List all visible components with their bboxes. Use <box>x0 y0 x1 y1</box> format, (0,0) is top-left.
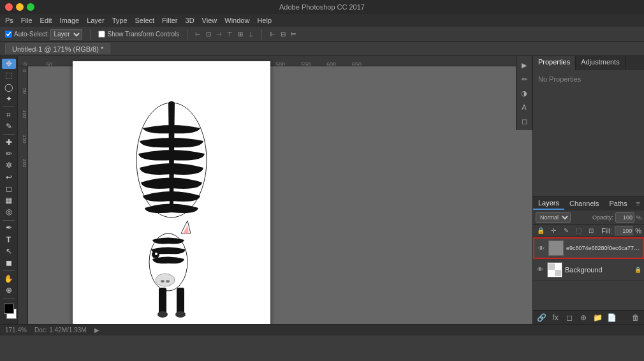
no-properties-text: No Properties <box>538 75 581 83</box>
layers-options: Normal Multiply Screen Opacity: % <box>533 210 644 225</box>
tool-eraser[interactable]: ◻ <box>2 184 16 194</box>
add-adjustment-button[interactable]: ⊕ <box>578 312 589 323</box>
add-style-button[interactable]: fx <box>550 312 561 323</box>
bg-thumbnail-svg <box>548 263 561 276</box>
new-layer-button[interactable]: 📄 <box>606 312 617 323</box>
layers-panel-menu[interactable]: ≡ <box>636 200 644 207</box>
zebra-svg <box>108 77 235 320</box>
layer-list: 👁 e9c8074e68280f0ec6ca77f3ec93033e 👁 <box>533 237 644 310</box>
align-middle-v-icon[interactable]: ⊞ <box>238 31 243 38</box>
tab-paths[interactable]: Paths <box>604 198 633 209</box>
auto-select-checkbox[interactable] <box>5 31 12 38</box>
layer-lock-artboard[interactable]: ⊡ <box>586 226 596 236</box>
maximize-button[interactable] <box>27 3 34 11</box>
tab-layers[interactable]: Layers <box>533 197 564 210</box>
auto-select-dropdown[interactable]: Layer Group <box>50 29 82 40</box>
doc-tab-zoom: 171% <box>53 45 71 53</box>
tool-pen[interactable]: ✒ <box>2 223 16 233</box>
distribute-right-icon[interactable]: ⊨ <box>291 31 296 38</box>
layer-lock-pixels[interactable]: ✎ <box>561 226 571 236</box>
layer-item-1[interactable]: 👁 e9c8074e68280f0ec6ca77f3ec93033e <box>533 237 644 259</box>
tool-rectangle-select[interactable]: ⬚ <box>2 70 16 80</box>
tool-shape[interactable]: ◼ <box>2 258 16 268</box>
layers-panel: Layers Channels Paths ≡ Normal Multiply … <box>533 196 644 324</box>
side-icon-brush[interactable]: ✏ <box>518 73 531 85</box>
fill-percent: % <box>635 227 641 235</box>
svg-rect-11 <box>548 263 555 270</box>
opacity-label: Opacity: <box>592 214 613 221</box>
window-controls <box>5 3 34 11</box>
tool-hand[interactable]: ✋ <box>2 274 16 284</box>
tool-zoom[interactable]: ⊕ <box>2 285 16 295</box>
layer-lock-position[interactable]: ✛ <box>548 226 559 236</box>
opt-separator-2 <box>187 29 187 40</box>
distribute-center-icon[interactable]: ⊟ <box>281 31 286 38</box>
fill-input[interactable] <box>615 226 633 235</box>
minimize-button[interactable] <box>16 3 24 11</box>
menu-window[interactable]: Window <box>224 17 249 24</box>
layer2-visibility[interactable]: 👁 <box>536 265 545 274</box>
menu-filter[interactable]: Filter <box>162 17 177 24</box>
align-top-icon[interactable]: ⊤ <box>227 31 233 38</box>
layer-panel-bottom: 🔗 fx ◻ ⊕ 📁 📄 🗑 <box>533 310 644 324</box>
tool-text[interactable]: T <box>2 234 16 244</box>
tool-history-brush[interactable]: ↩ <box>2 172 16 182</box>
tool-eyedropper[interactable]: ✎ <box>2 121 16 131</box>
menu-ps[interactable]: Ps <box>5 17 13 24</box>
canvas-content[interactable]: 合并 背景名 background 不变 <box>28 66 532 324</box>
tab-channels[interactable]: Channels <box>564 198 604 209</box>
side-icon-adjust[interactable]: ◑ <box>518 87 531 99</box>
delete-layer-button[interactable]: 🗑 <box>630 312 641 323</box>
ruler-tick-500: 500 <box>275 61 285 67</box>
show-transform-checkbox[interactable] <box>98 31 105 38</box>
distribute-left-icon[interactable]: ⊩ <box>270 31 275 38</box>
tool-dodge[interactable]: ◎ <box>2 207 16 217</box>
tool-lasso[interactable]: ◯ <box>2 82 16 92</box>
layer-lock-transparent[interactable]: ⬚ <box>573 226 583 236</box>
tool-magic-wand[interactable]: ✦ <box>2 94 16 104</box>
menu-select[interactable]: Select <box>135 17 155 24</box>
blend-mode-dropdown[interactable]: Normal Multiply Screen <box>536 212 571 223</box>
close-button[interactable] <box>5 3 13 11</box>
status-arrow[interactable]: ▶ <box>94 327 99 334</box>
svg-rect-2 <box>159 288 166 313</box>
menu-layer[interactable]: Layer <box>87 17 105 24</box>
tool-crop[interactable]: ⌗ <box>2 110 16 120</box>
menu-3d[interactable]: 3D <box>186 17 194 24</box>
menu-help[interactable]: Help <box>257 17 272 24</box>
tool-gradient[interactable]: ▦ <box>2 195 16 205</box>
layer1-visibility[interactable]: 👁 <box>537 244 546 253</box>
menu-image[interactable]: Image <box>60 17 80 24</box>
tab-adjustments[interactable]: Adjustments <box>576 56 626 70</box>
tool-path-select[interactable]: ↖ <box>2 246 16 256</box>
active-tab[interactable]: Untitled-1 @ 171% (RGB/8) * <box>5 43 110 54</box>
canvas-area[interactable]: 0 50 100 150 200 250 300 350 400 450 500… <box>18 56 532 324</box>
new-group-button[interactable]: 📁 <box>592 312 603 323</box>
menu-type[interactable]: Type <box>112 17 128 24</box>
side-icon-shape2[interactable]: ◻ <box>518 115 531 128</box>
tool-move[interactable]: ✥ <box>2 59 16 69</box>
align-center-h-icon[interactable]: ⊡ <box>206 31 211 38</box>
document-tab: Untitled-1 @ 171% (RGB/8) * <box>0 42 644 56</box>
add-mask-button[interactable]: ◻ <box>564 312 575 323</box>
menu-edit[interactable]: Edit <box>40 17 52 24</box>
opacity-input[interactable] <box>615 212 634 223</box>
ruler-left-150: 150 <box>18 135 27 143</box>
tab-properties[interactable]: Properties <box>533 56 576 70</box>
tool-clone-stamp[interactable]: ✲ <box>2 160 16 170</box>
layer-item-background[interactable]: 👁 Background 🔒 <box>533 259 644 281</box>
align-right-icon[interactable]: ⊣ <box>216 31 222 38</box>
align-left-icon[interactable]: ⊢ <box>195 31 201 38</box>
align-bottom-icon[interactable]: ⊥ <box>248 31 254 38</box>
foreground-color[interactable] <box>4 304 14 314</box>
side-icon-arrow[interactable]: ▶ <box>518 59 531 71</box>
layer-lock-all[interactable]: 🔒 <box>536 226 546 236</box>
svg-rect-3 <box>177 288 184 313</box>
menu-file[interactable]: File <box>21 17 33 24</box>
tool-brush[interactable]: ✏ <box>2 149 16 159</box>
link-layers-button[interactable]: 🔗 <box>536 312 547 323</box>
menu-view[interactable]: View <box>202 17 217 24</box>
ruler-left: 0 50 100 150 200 <box>18 66 28 324</box>
tool-healing[interactable]: ✚ <box>2 137 16 147</box>
side-icon-text2[interactable]: A <box>518 101 531 114</box>
